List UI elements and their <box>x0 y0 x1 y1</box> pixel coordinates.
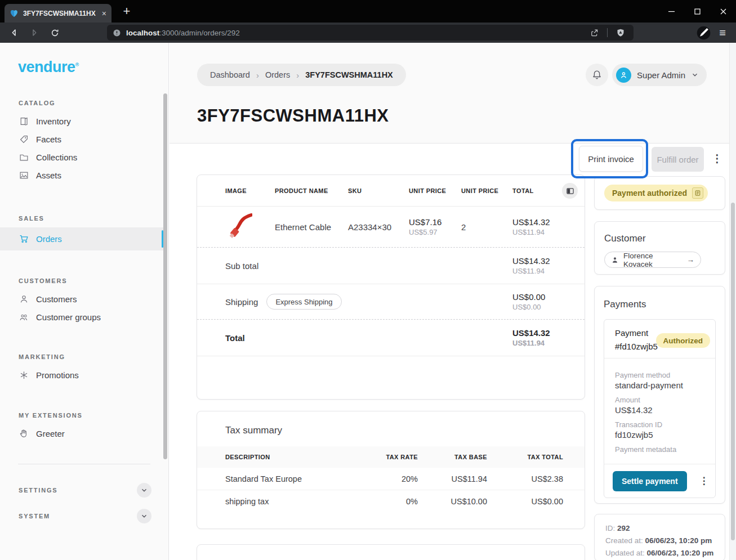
sidebar-item-label: Promotions <box>36 370 79 380</box>
profile-avatar-button[interactable] <box>696 25 711 41</box>
total-label: Total <box>225 333 245 343</box>
tax-total: US$2.38 <box>487 474 563 483</box>
share-button[interactable] <box>587 25 601 40</box>
section-label-catalog: CATALOG <box>19 100 168 106</box>
fulfill-order-button[interactable]: Fulfill order <box>652 147 704 172</box>
meta-id-value: 292 <box>617 524 630 532</box>
sidebar-item-collections[interactable]: Collections <box>0 148 168 166</box>
system-expand-button[interactable] <box>137 509 151 523</box>
user-name: Super Admin <box>637 70 685 80</box>
product-sku: A23334×30 <box>348 222 409 232</box>
sidebar-item-facets[interactable]: Facets <box>0 130 168 148</box>
payment-detail-card: Payment #fd10zwjb5 Authorized Payment me… <box>604 319 716 498</box>
tab-title: 3FY7FSCWSHMA11HX • Vendure <box>23 10 97 17</box>
customer-name: Florence Kovacek <box>623 252 683 268</box>
tax-summary-card: Tax summary DESCRIPTION TAX RATE TAX BAS… <box>197 411 585 529</box>
transaction-id-label: Transaction ID <box>615 420 708 429</box>
forward-button[interactable] <box>26 24 43 41</box>
sidebar-section-system[interactable]: SYSTEM <box>19 505 151 527</box>
col-sku: SKU <box>348 187 409 194</box>
meta-updated-line: Updated at: 06/06/23, 10:20 pm <box>605 547 718 559</box>
print-invoice-button[interactable]: Print invoice <box>579 146 643 172</box>
total-amount-cell: US$14.32 US$11.94 <box>512 328 550 347</box>
forward-icon <box>29 28 39 38</box>
page-scrollbar[interactable] <box>729 43 736 560</box>
sidebar-item-orders[interactable]: Orders <box>0 227 164 250</box>
sidebar-item-assets[interactable]: Assets <box>0 166 168 184</box>
tax-summary-title: Tax summary <box>225 425 585 436</box>
back-button[interactable] <box>6 24 23 41</box>
state-badge-label: Payment authorized <box>612 189 687 198</box>
brave-shield-button[interactable] <box>613 25 628 40</box>
user-menu-button[interactable]: Super Admin <box>612 64 707 86</box>
tax-row: shipping tax 0% US$10.00 US$0.00 <box>197 490 585 513</box>
url-bar[interactable]: localhost:3000/admin/orders/292 <box>107 25 634 41</box>
sidebar-section-settings[interactable]: SETTINGS <box>19 479 151 501</box>
sidebar-item-customer-groups[interactable]: Customer groups <box>0 308 168 326</box>
shipping-value: US$0.00 <box>512 292 545 302</box>
col-tax-base: TAX BASE <box>418 454 487 460</box>
payments-card: Payments Payment #fd10zwjb5 Authorized P… <box>594 286 725 504</box>
col-unit-price-2: UNIT PRICE <box>461 187 512 194</box>
page-scrollbar-thumb[interactable] <box>731 203 735 540</box>
order-actions-overflow-button[interactable]: ⋮ <box>712 152 722 165</box>
meta-created-line: Created at: 06/06/23, 10:20 pm <box>605 535 718 547</box>
customer-link-button[interactable]: Florence Kovacek → <box>604 252 701 268</box>
sidebar-item-label: Facets <box>36 135 61 144</box>
browser-tab[interactable]: 3FY7FSCWSHMA11HX • Vendure × <box>5 4 111 23</box>
sidebar-item-inventory[interactable]: Inventory <box>0 112 168 130</box>
breadcrumb-dashboard[interactable]: Dashboard <box>210 70 250 79</box>
next-section-card <box>197 544 585 560</box>
subtotal-ex-tax: US$11.94 <box>512 267 550 275</box>
page-header: Dashboard › Orders › 3FY7FSCWSHMA11HX Su… <box>169 43 729 144</box>
sidebar-item-customers[interactable]: Customers <box>0 290 168 308</box>
arrow-right-icon: → <box>687 256 695 264</box>
payment-method-label: Payment method <box>615 371 708 379</box>
column-settings-button[interactable] <box>562 183 578 199</box>
sidebar-item-greeter[interactable]: Greeter <box>0 424 168 442</box>
profile-avatar-icon <box>696 25 711 41</box>
sidebar-item-label: Collections <box>36 153 77 162</box>
sidebar-item-label: Customers <box>36 294 77 304</box>
payment-header: Payment #fd10zwjb5 Authorized <box>604 320 715 359</box>
bell-icon <box>592 70 602 80</box>
urlbar-divider <box>607 28 608 37</box>
users-icon <box>19 312 29 322</box>
vendure-logo: vendure® <box>18 59 168 76</box>
new-tab-button[interactable]: + <box>118 3 135 20</box>
section-label-customers: CUSTOMERS <box>19 277 168 284</box>
sidebar-scrollbar[interactable] <box>163 93 167 459</box>
image-icon <box>19 171 29 180</box>
payment-overflow-button[interactable]: ⋮ <box>699 475 709 487</box>
sidebar-item-label: Assets <box>36 171 61 180</box>
tax-description: shipping tax <box>225 497 350 506</box>
shield-icon <box>616 28 625 38</box>
settings-expand-button[interactable] <box>137 483 151 498</box>
tax-rate: 20% <box>350 474 418 483</box>
browser-menu-button[interactable]: ≡ <box>715 25 730 41</box>
tax-base: US$11.94 <box>418 474 487 483</box>
avatar <box>616 68 631 83</box>
product-image <box>225 213 275 240</box>
sidebar-item-promotions[interactable]: Promotions <box>0 366 168 384</box>
reload-button[interactable] <box>46 24 63 41</box>
section-label-settings: SETTINGS <box>19 487 57 494</box>
vendure-admin-app: vendure® CATALOG Inventory Facets Collec… <box>0 43 736 560</box>
history-log-icon[interactable] <box>692 187 703 199</box>
amount-label: Amount <box>615 396 708 404</box>
entity-meta-card: ID: 292 Created at: 06/06/23, 10:20 pm U… <box>594 514 725 560</box>
settle-payment-button[interactable]: Settle payment <box>613 471 687 491</box>
quantity: 2 <box>461 222 512 232</box>
maximize-button[interactable] <box>684 0 710 23</box>
tab-close-icon[interactable]: × <box>102 10 106 17</box>
minimize-button[interactable] <box>658 0 684 23</box>
customer-card: Customer Florence Kovacek → <box>594 221 725 275</box>
close-button[interactable] <box>710 0 736 23</box>
url-text: localhost:3000/admin/orders/292 <box>126 29 587 37</box>
subtotal-value: US$14.32 <box>512 256 550 266</box>
order-lines-card: IMAGE PRODUCT NAME SKU UNIT PRICE UNIT P… <box>197 174 585 400</box>
notifications-button[interactable] <box>586 64 608 86</box>
breadcrumb-orders[interactable]: Orders <box>265 70 290 79</box>
site-info-icon[interactable] <box>113 29 121 37</box>
reload-icon <box>50 28 60 38</box>
